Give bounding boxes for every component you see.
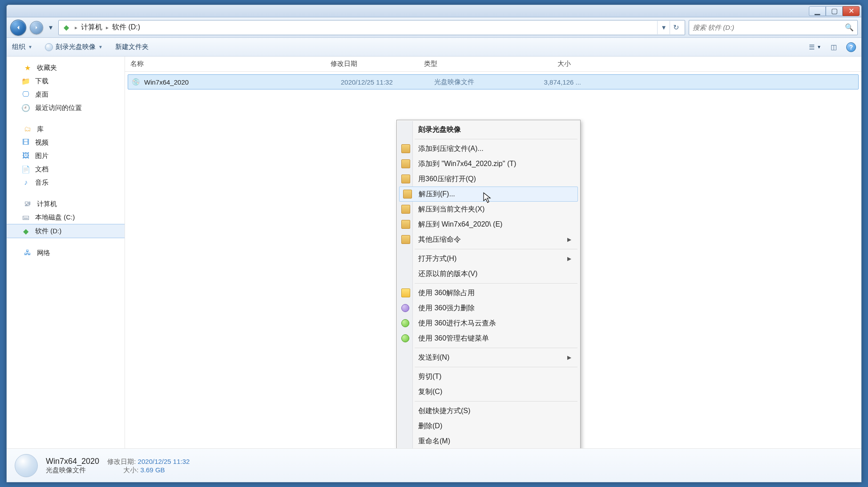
- ctx-separator: [415, 249, 577, 249]
- column-name[interactable]: 名称: [130, 60, 331, 68]
- sidebar-item-pictures[interactable]: 🖼图片: [7, 149, 125, 162]
- new-folder-button[interactable]: 新建文件夹: [115, 43, 149, 51]
- ctx-360-manage-menu[interactable]: 使用 360管理右键菜单: [398, 331, 579, 346]
- sidebar-item-video[interactable]: 🎞视频: [7, 136, 125, 149]
- ctx-360-scan[interactable]: 使用 360进行木马云查杀: [398, 316, 579, 331]
- burn-disc-image-button[interactable]: 刻录光盘映像▼: [45, 43, 103, 51]
- search-icon[interactable]: 🔍: [845, 23, 854, 32]
- ctx-extract-to[interactable]: 解压到(F)...: [399, 187, 578, 202]
- sidebar-group-favorites: ▸★ 收藏夹 📁下载 🖵桌面 🕘最近访问的位置: [7, 61, 125, 114]
- column-size[interactable]: 大小: [517, 60, 571, 68]
- drive-icon: ◆: [61, 23, 71, 32]
- favorites-label: 收藏夹: [37, 64, 57, 72]
- library-icon: 🗂: [23, 124, 32, 134]
- sidebar-item-downloads[interactable]: 📁下载: [7, 74, 125, 88]
- column-date[interactable]: 修改日期: [331, 60, 424, 68]
- ctx-burn-disc-image[interactable]: 刻录光盘映像: [398, 122, 579, 137]
- sidebar-item-drive-c[interactable]: 🖴本地磁盘 (C:): [7, 211, 125, 224]
- desktop-icon: 🖵: [21, 89, 31, 99]
- ctx-other-compress[interactable]: 其他压缩命令▶: [398, 232, 579, 247]
- music-icon: ♪: [21, 178, 31, 187]
- forward-button[interactable]: [30, 21, 43, 34]
- ctx-rename[interactable]: 重命名(M): [398, 434, 579, 448]
- column-headers: 名称 修改日期 类型 大小: [125, 57, 861, 72]
- preview-pane-button[interactable]: ◫: [829, 43, 838, 52]
- breadcrumb-drive[interactable]: 软件 (D:): [112, 23, 140, 32]
- sidebar-item-drive-d[interactable]: ◆软件 (D:): [7, 224, 125, 238]
- libraries-label: 库: [37, 125, 44, 134]
- ctx-add-to-archive[interactable]: 添加到压缩文件(A)...: [398, 141, 579, 156]
- file-rows: 💿 Win7x64_2020 2020/12/25 11:32 光盘映像文件 3…: [125, 72, 861, 92]
- breadcrumb-computer[interactable]: 计算机: [81, 23, 102, 32]
- ctx-add-to-zip[interactable]: 添加到 "Win7x64_2020.zip" (T): [398, 156, 579, 171]
- drive-icon: 🖴: [21, 212, 31, 222]
- ctx-open-with-360zip[interactable]: 用360压缩打开(Q): [398, 171, 579, 187]
- archive-icon: [401, 205, 410, 214]
- document-icon: 📄: [21, 164, 31, 174]
- sidebar-item-music[interactable]: ♪音乐: [7, 176, 125, 189]
- sidebar-group-computer: ▸🖳 计算机 🖴本地磁盘 (C:) ◆软件 (D:): [7, 197, 125, 238]
- sidebar-group-libraries: ▸🗂 库 🎞视频 🖼图片 📄文档 ♪音乐: [7, 122, 125, 189]
- archive-icon: [403, 190, 412, 199]
- nav-history-dropdown[interactable]: ▾: [47, 20, 55, 36]
- submenu-arrow-icon: ▶: [567, 256, 571, 262]
- sidebar-item-documents[interactable]: 📄文档: [7, 162, 125, 176]
- ctx-separator: [415, 283, 577, 284]
- newfolder-label: 新建文件夹: [115, 43, 149, 51]
- iso-file-icon: 💿: [131, 77, 141, 87]
- maximize-button[interactable]: ▢: [826, 6, 843, 16]
- ctx-send-to[interactable]: 发送到(N)▶: [398, 350, 579, 365]
- view-mode-button[interactable]: ☰▼: [807, 43, 821, 52]
- titlebar: ▁ ▢ ✕: [7, 5, 861, 17]
- ctx-open-with[interactable]: 打开方式(H)▶: [398, 251, 579, 266]
- address-dropdown[interactable]: ▾: [657, 21, 670, 34]
- ctx-create-shortcut[interactable]: 创建快捷方式(S): [398, 403, 579, 418]
- ctx-separator: [415, 348, 577, 348]
- sidebar-item-recent[interactable]: 🕘最近访问的位置: [7, 101, 125, 114]
- 360-icon: [401, 319, 409, 327]
- file-name: Win7x64_2020: [144, 78, 341, 86]
- sidebar-header-favorites[interactable]: ▸★ 收藏夹: [7, 61, 125, 74]
- 360-icon: [401, 304, 409, 312]
- star-icon: ★: [23, 63, 32, 73]
- 360-icon: [401, 288, 410, 297]
- file-row[interactable]: 💿 Win7x64_2020 2020/12/25 11:32 光盘映像文件 3…: [128, 74, 859, 89]
- network-label: 网络: [37, 249, 50, 257]
- address-bar[interactable]: ◆ ▸ 计算机 ▸ 软件 (D:) ▾ ↻: [58, 20, 685, 35]
- archive-icon: [401, 159, 410, 168]
- back-button[interactable]: [10, 20, 26, 36]
- recent-icon: 🕘: [21, 103, 31, 113]
- ctx-360-unlock[interactable]: 使用 360解除占用: [398, 285, 579, 300]
- disc-icon: [45, 43, 53, 51]
- organize-menu[interactable]: 组织▼: [12, 43, 32, 51]
- network-icon: 🖧: [23, 248, 32, 258]
- file-list-pane: 名称 修改日期 类型 大小 💿 Win7x64_2020 2020/12/25 …: [125, 57, 861, 448]
- search-box[interactable]: 🔍: [689, 20, 858, 35]
- sidebar-header-network[interactable]: ▸🖧 网络: [7, 246, 125, 260]
- close-button[interactable]: ✕: [843, 6, 860, 16]
- breadcrumb-sep-icon: ▸: [106, 24, 109, 31]
- minimize-button[interactable]: ▁: [809, 6, 826, 16]
- ctx-cut[interactable]: 剪切(T): [398, 369, 579, 384]
- explorer-window: ▁ ▢ ✕ ▾ ◆ ▸ 计算机 ▸ 软件 (D:) ▾ ↻ 🔍: [6, 4, 862, 483]
- column-type[interactable]: 类型: [424, 60, 517, 68]
- refresh-button[interactable]: ↻: [670, 21, 682, 34]
- ctx-copy[interactable]: 复制(C): [398, 384, 579, 399]
- ctx-delete[interactable]: 删除(D): [398, 418, 579, 434]
- disc-image-icon: [15, 454, 38, 477]
- ctx-restore-previous[interactable]: 还原以前的版本(V): [398, 266, 579, 281]
- details-date: 2020/12/25 11:32: [138, 458, 190, 465]
- sidebar-header-computer[interactable]: ▸🖳 计算机: [7, 197, 125, 211]
- archive-icon: [401, 235, 410, 244]
- submenu-arrow-icon: ▶: [567, 354, 571, 361]
- sidebar-header-libraries[interactable]: ▸🗂 库: [7, 122, 125, 136]
- sidebar-item-desktop[interactable]: 🖵桌面: [7, 88, 125, 101]
- ctx-extract-named[interactable]: 解压到 Win7x64_2020\ (E): [398, 217, 579, 232]
- toolbar: 组织▼ 刻录光盘映像▼ 新建文件夹 ☰▼ ◫ ?: [7, 38, 861, 57]
- ctx-extract-here[interactable]: 解压到当前文件夹(X): [398, 202, 579, 217]
- search-input[interactable]: [693, 24, 845, 31]
- ctx-360-force-delete[interactable]: 使用 360强力删除: [398, 300, 579, 316]
- help-button[interactable]: ?: [846, 42, 856, 52]
- nav-bar: ▾ ◆ ▸ 计算机 ▸ 软件 (D:) ▾ ↻ 🔍: [7, 17, 861, 38]
- details-type: 光盘映像文件: [46, 466, 86, 474]
